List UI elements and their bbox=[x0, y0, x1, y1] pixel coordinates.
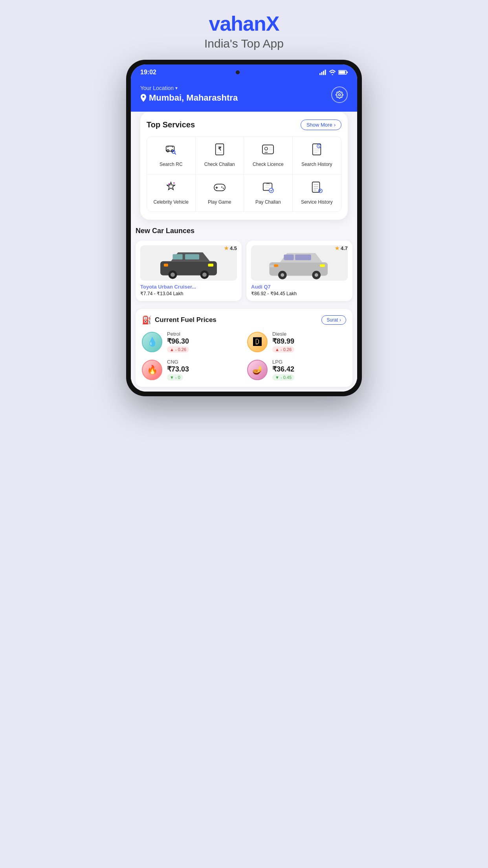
service-item-play-game[interactable]: Play Game bbox=[196, 175, 244, 212]
brand-title: vahanX bbox=[204, 12, 284, 35]
service-item-service-history[interactable]: Service History bbox=[293, 175, 341, 212]
svg-rect-57 bbox=[295, 255, 311, 260]
new-cars-title: New Car Launces bbox=[136, 227, 352, 235]
service-label-pay-challan: Pay Challan bbox=[255, 199, 281, 206]
fuel-type-lpg: LPG bbox=[272, 359, 294, 365]
car-search-icon bbox=[165, 143, 177, 158]
service-label-celebrity-vehicle: Celebrity Vehicle bbox=[154, 199, 189, 206]
car-name-1: Toyota Urban Cruiser... bbox=[140, 284, 237, 290]
fuel-info-lpg: LPG ₹36.42 ▼ - 0.45 bbox=[272, 359, 294, 381]
car-card-top-2: ★ 4.7 bbox=[251, 245, 348, 281]
car-card-1[interactable]: ★ 4.5 bbox=[136, 241, 242, 301]
fuel-title: ⛽ Current Fuel Prices bbox=[142, 315, 216, 325]
challan-icon: ₹ bbox=[213, 143, 226, 158]
svg-rect-58 bbox=[284, 255, 294, 260]
show-more-button[interactable]: Show More › bbox=[301, 120, 341, 130]
location-pin-icon bbox=[140, 94, 147, 102]
svg-rect-61 bbox=[270, 265, 274, 267]
lpg-icon: 🪔 bbox=[247, 360, 268, 380]
service-label-search-rc: Search RC bbox=[160, 162, 183, 168]
game-icon bbox=[213, 181, 226, 196]
new-cars-section: New Car Launces ★ 4.5 bbox=[136, 227, 352, 301]
chevron-right-icon: › bbox=[334, 122, 336, 128]
service-item-search-rc[interactable]: Search RC bbox=[147, 137, 196, 175]
svg-point-34 bbox=[223, 188, 224, 189]
wifi-icon bbox=[329, 70, 336, 75]
svg-point-56 bbox=[315, 273, 318, 277]
svg-rect-6 bbox=[339, 71, 345, 74]
fuel-header: ⛽ Current Fuel Prices Surat › bbox=[142, 315, 346, 325]
car-price-2: ₹86.92 - ₹94.45 Lakh bbox=[251, 291, 348, 296]
car-card-2[interactable]: ★ 4.7 bbox=[246, 241, 352, 301]
cars-row: ★ 4.5 bbox=[136, 241, 352, 301]
fuel-info-diesel: Diesle ₹89.99 ▲ - 0.26 bbox=[272, 331, 294, 353]
chevron-right-icon: › bbox=[339, 317, 341, 323]
service-item-check-challan[interactable]: ₹ Check Challan bbox=[196, 137, 244, 175]
fuel-type-cng: CNG bbox=[167, 359, 189, 365]
fuel-pump-icon: ⛽ bbox=[142, 315, 152, 325]
diesel-icon: 🅳 bbox=[247, 332, 268, 352]
fuel-type-petrol: Petrol bbox=[167, 331, 189, 337]
services-header: Top Services Show More › bbox=[147, 120, 341, 130]
svg-rect-50 bbox=[208, 264, 214, 267]
svg-text:✦: ✦ bbox=[168, 182, 171, 186]
status-time: 19:02 bbox=[140, 69, 156, 76]
fuel-change-cng: ▼ - 0 bbox=[167, 374, 183, 381]
gear-icon bbox=[336, 91, 343, 99]
car-rating-2: ★ 4.7 bbox=[335, 245, 348, 251]
fuel-price-petrol: ₹96.30 bbox=[167, 337, 189, 346]
svg-point-54 bbox=[281, 273, 284, 277]
service-label-search-history: Search History bbox=[301, 162, 332, 168]
service-label-service-history: Service History bbox=[301, 199, 333, 206]
svg-rect-48 bbox=[185, 254, 199, 260]
service-label-check-challan: Check Challan bbox=[204, 162, 235, 168]
services-title: Top Services bbox=[147, 120, 195, 129]
svg-rect-51 bbox=[164, 264, 168, 267]
svg-rect-1 bbox=[321, 72, 322, 75]
fuel-price-cng: ₹73.03 bbox=[167, 365, 189, 373]
settings-button[interactable] bbox=[331, 86, 348, 103]
fuel-info-petrol: Petrol ₹96.30 ▲ - 0.26 bbox=[167, 331, 189, 353]
fuel-item-diesel: 🅳 Diesle ₹89.99 ▲ - 0.26 bbox=[247, 331, 346, 353]
svg-rect-23 bbox=[313, 144, 321, 155]
svg-point-10 bbox=[167, 150, 169, 152]
fuel-item-petrol: 💧 Petrol ₹96.30 ▲ - 0.26 bbox=[142, 331, 241, 353]
service-item-check-licence[interactable]: Check Licence bbox=[244, 137, 293, 175]
location-label[interactable]: Your Location ▾ bbox=[140, 85, 238, 91]
svg-point-33 bbox=[221, 186, 222, 188]
location-info: Your Location ▾ Mumbai, Maharashtra bbox=[140, 85, 238, 103]
service-item-celebrity-vehicle[interactable]: ✦ ✦ Celebrity Vehicle bbox=[147, 175, 196, 212]
pay-challan-icon bbox=[262, 181, 274, 196]
celebrity-icon: ✦ ✦ bbox=[165, 181, 177, 196]
battery-icon bbox=[338, 70, 348, 75]
history-icon bbox=[310, 143, 323, 158]
brand-header: vahanX India's Top App bbox=[204, 12, 284, 50]
signal-icon bbox=[319, 70, 327, 75]
service-item-search-history[interactable]: Search History bbox=[293, 137, 341, 175]
phone-frame: 19:02 bbox=[126, 60, 362, 396]
fuel-change-diesel: ▲ - 0.26 bbox=[272, 346, 294, 353]
phone-screen: 19:02 bbox=[131, 64, 357, 392]
service-item-pay-challan[interactable]: Pay Challan bbox=[244, 175, 293, 212]
svg-rect-49 bbox=[173, 254, 183, 260]
service-history-icon bbox=[310, 181, 323, 196]
svg-point-36 bbox=[269, 188, 273, 192]
chevron-down-icon: ▾ bbox=[175, 85, 178, 91]
star-icon: ★ bbox=[224, 245, 229, 251]
fuel-info-cng: CNG ₹73.03 ▼ - 0 bbox=[167, 359, 189, 381]
licence-icon bbox=[262, 143, 274, 158]
fuel-type-diesel: Diesle bbox=[272, 331, 294, 337]
svg-point-8 bbox=[339, 94, 341, 96]
top-services-card: Top Services Show More › bbox=[140, 112, 348, 220]
svg-rect-0 bbox=[319, 73, 321, 75]
status-bar: 19:02 bbox=[131, 64, 357, 79]
car-rating-1: ★ 4.5 bbox=[224, 245, 237, 251]
svg-point-19 bbox=[265, 147, 268, 150]
petrol-icon: 💧 bbox=[142, 332, 162, 352]
service-label-play-game: Play Game bbox=[208, 199, 231, 206]
svg-text:✦: ✦ bbox=[173, 181, 175, 184]
fuel-change-lpg: ▼ - 0.45 bbox=[272, 374, 294, 381]
car-image-1 bbox=[140, 245, 237, 281]
city-selector-button[interactable]: Surat › bbox=[321, 315, 346, 325]
car-name-2: Audi Q7 bbox=[251, 284, 348, 290]
